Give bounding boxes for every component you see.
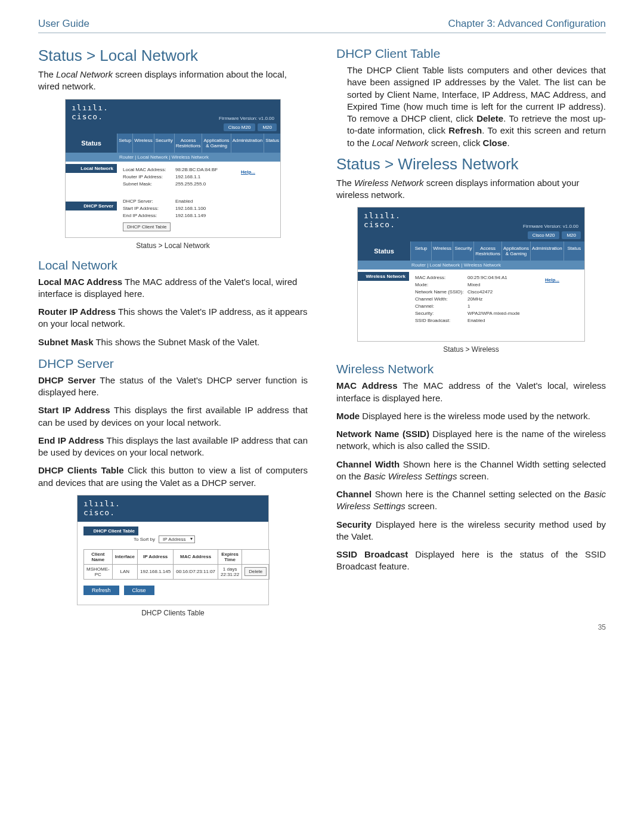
para-mac-address: MAC Address The MAC address of the Valet… — [336, 380, 606, 404]
tab-wireless: Wireless — [132, 134, 154, 153]
para-subnet-mask: Subnet Mask This shows the Subnet Mask o… — [38, 336, 308, 348]
heading-wireless-network: Wireless Network — [336, 362, 606, 376]
page-header: User Guide Chapter 3: Advanced Configura… — [38, 18, 606, 33]
para-end-ip: End IP Address This displays the last av… — [38, 435, 308, 459]
page-number: 35 — [598, 623, 606, 631]
tab-security: Security — [154, 134, 174, 153]
close-button: Close — [124, 586, 154, 595]
para-mode: Mode Displayed here is the wireless mode… — [336, 410, 606, 422]
heading-dhcp-client-table: DHCP Client Table — [336, 47, 606, 61]
tab-admin: Administration — [231, 134, 264, 153]
para-start-ip: Start IP Address This displays the first… — [38, 404, 308, 429]
tab-status: Status — [264, 134, 280, 153]
heading-status-wireless-network: Status > Wireless Network — [336, 155, 606, 174]
table-row: MSHOME-PC LAN 192.168.1.145 00:16:D7:23:… — [84, 564, 270, 579]
header-left: User Guide — [38, 18, 89, 30]
sort-label: To Sort by — [134, 537, 155, 542]
side-label-local-network: Local Network — [66, 164, 117, 173]
para-ssid-broadcast: SSID Broadcast Displayed here is the sta… — [336, 549, 606, 573]
para-channel-width: Channel Width Shown here is the Channel … — [336, 459, 606, 483]
side-label-dhcp-client-table: DHCP Client Table — [83, 527, 138, 535]
model-chip: Cisco M20 — [224, 123, 256, 131]
refresh-button: Refresh — [83, 586, 119, 595]
heading-status-local-network: Status > Local Network — [38, 47, 308, 65]
help-link: Help... — [241, 169, 255, 175]
model-chip-short: M20 — [258, 123, 277, 131]
screenshot-status-local-network: ılıılı. cisco. Firmware Version: v1.0.00… — [65, 99, 281, 238]
subtabs: Router | Local Network | Wireless Networ… — [66, 153, 280, 162]
heading-dhcp-server: DHCP Server — [38, 357, 308, 371]
dhcp-client-table-button: DHCP Client Table — [123, 222, 171, 231]
para-dhcp-clients-table: DHCP Clients Table Click this button to … — [38, 465, 308, 489]
sort-select: IP Address — [159, 535, 195, 543]
para-security: Security Displayed here is the wireless … — [336, 519, 606, 543]
status-tab-label: Status — [66, 134, 117, 153]
left-column: Status > Local Network The Local Network… — [38, 44, 308, 625]
para-dhcp-server: DHCP Server The status of the Valet's DH… — [38, 374, 308, 399]
heading-local-network: Local Network — [38, 258, 308, 272]
para-ssid: Network Name (SSID) Displayed here is th… — [336, 428, 606, 453]
wireless-intro: The Wireless Network screen displays inf… — [336, 177, 606, 202]
delete-button: Delete — [244, 567, 267, 576]
tab-access: Access Restrictions — [174, 134, 202, 153]
caption-shot3: Status > Wireless — [336, 345, 606, 354]
para-local-mac: Local MAC Address The MAC address of the… — [38, 276, 308, 301]
firmware-version: Firmware Version: v1.0.00 — [219, 116, 274, 121]
side-label-wireless-network: Wireless Network — [358, 272, 409, 281]
screenshot-status-wireless: ılıılı. cisco. Firmware Version: v1.0.00… — [357, 207, 585, 342]
screenshot-dhcp-clients-table: ılıılı. cisco. DHCP Client Table To Sort… — [77, 495, 269, 605]
tab-apps: Applications & Gaming — [202, 134, 230, 153]
right-column: DHCP Client Table The DHCP Client Table … — [336, 44, 606, 625]
tab-setup: Setup — [117, 134, 132, 153]
dhcp-table: Client Name Interface IP Address MAC Add… — [83, 549, 270, 580]
caption-shot2: DHCP Clients Table — [38, 609, 308, 617]
caption-shot1: Status > Local Network — [38, 241, 308, 250]
side-label-dhcp-server: DHCP Server — [66, 202, 117, 210]
local-network-intro: The Local Network screen displays inform… — [38, 69, 308, 93]
para-dhcp-client-table: The DHCP Client Table lists computers an… — [336, 64, 606, 149]
para-router-ip: Router IP Address This shows the Valet's… — [38, 306, 308, 330]
para-channel: Channel Shown here is the Channel settin… — [336, 488, 606, 513]
header-right: Chapter 3: Advanced Configuration — [448, 18, 606, 30]
cisco-logo: ılıılı. — [72, 103, 109, 112]
